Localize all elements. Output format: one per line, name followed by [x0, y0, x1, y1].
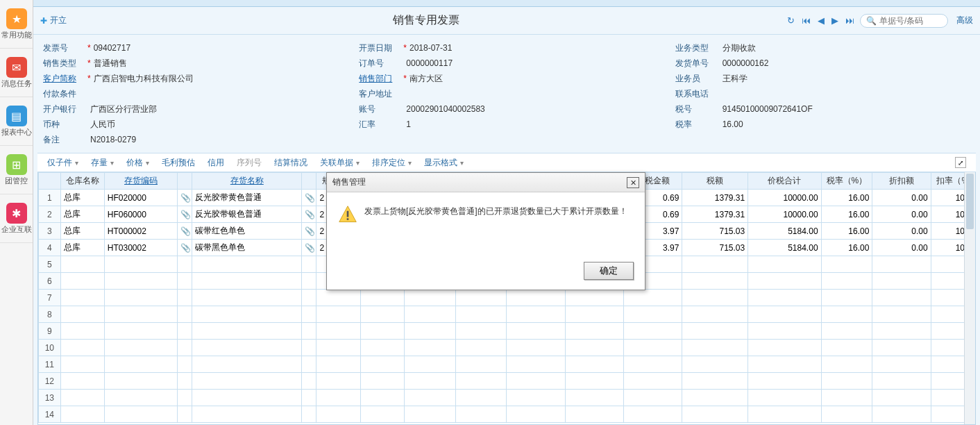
- form-row: 销售部门*南方大区: [359, 71, 654, 86]
- column-header[interactable]: 仓库名称: [60, 173, 104, 190]
- form-value[interactable]: 广西区分行营业部: [90, 103, 338, 115]
- toolbar-item[interactable]: 存量: [91, 157, 114, 169]
- sidebar-item-mail[interactable]: ✉消息任务: [0, 49, 33, 97]
- table-row[interactable]: 9: [39, 323, 975, 340]
- attachment-icon[interactable]: 📎: [305, 243, 315, 253]
- plus-icon[interactable]: ✚: [40, 16, 47, 26]
- column-header[interactable]: 价税合计: [748, 173, 821, 190]
- first-icon[interactable]: ⏮: [800, 15, 812, 26]
- cell: [565, 323, 623, 340]
- table-row[interactable]: 14: [39, 406, 975, 423]
- cell: [104, 373, 177, 390]
- table-row[interactable]: 10: [39, 340, 975, 356]
- table-row[interactable]: 7: [39, 290, 975, 306]
- toolbar-item[interactable]: 信用: [208, 157, 224, 169]
- expand-icon[interactable]: ⤢: [955, 157, 966, 168]
- prev-icon[interactable]: ◀: [816, 15, 826, 26]
- cell: [360, 340, 404, 356]
- column-header[interactable]: 税额: [682, 173, 748, 190]
- toolbar-item[interactable]: 结算情况: [274, 157, 307, 169]
- cell: [404, 323, 455, 340]
- sidebar-item-star[interactable]: ★常用功能: [0, 0, 33, 49]
- cell: [178, 306, 192, 323]
- attachment-icon[interactable]: 📎: [180, 243, 191, 253]
- required-mark: *: [87, 58, 91, 68]
- cell: [404, 406, 455, 423]
- ok-button[interactable]: 确定: [584, 262, 634, 280]
- table-row[interactable]: 11: [39, 356, 975, 373]
- cell: [872, 290, 931, 306]
- attachment-icon[interactable]: 📎: [180, 226, 191, 236]
- form-value[interactable]: 南方大区: [409, 73, 654, 85]
- form-value[interactable]: 分期收款: [723, 42, 970, 54]
- table-row[interactable]: 13: [39, 390, 975, 406]
- cell: [748, 406, 821, 423]
- column-header[interactable]: [302, 173, 316, 190]
- cell: [682, 273, 748, 290]
- attachment-icon[interactable]: 📎: [180, 210, 191, 219]
- toolbar-item[interactable]: 毛利预估: [162, 157, 195, 169]
- cell: [178, 340, 192, 356]
- form-value[interactable]: 普通销售: [94, 58, 339, 69]
- attachment-icon[interactable]: 📎: [305, 193, 315, 203]
- cell: [624, 290, 682, 306]
- form-value[interactable]: 16.00: [723, 119, 970, 129]
- form-value[interactable]: 1: [406, 119, 654, 129]
- column-header[interactable]: 折扣额: [872, 173, 931, 190]
- cell: [360, 323, 404, 340]
- sidebar-item-net[interactable]: ✱企业互联: [0, 194, 33, 243]
- form-value[interactable]: 0000000117: [406, 58, 654, 68]
- column-header[interactable]: [178, 173, 192, 190]
- cell: HF020000: [104, 190, 177, 206]
- column-header[interactable]: 存货编码: [104, 173, 177, 190]
- form-label[interactable]: 客户简称: [43, 73, 85, 85]
- table-row[interactable]: 8: [39, 306, 975, 323]
- refresh-icon[interactable]: ↻: [786, 15, 796, 26]
- cell: [455, 290, 507, 306]
- cell: 0.00: [872, 240, 931, 256]
- form-value[interactable]: 广西启智电力科技有限公司: [94, 73, 339, 85]
- attachment-icon[interactable]: 📎: [180, 193, 191, 203]
- search-input[interactable]: [879, 16, 942, 26]
- open-label[interactable]: 开立: [50, 15, 67, 26]
- cell: 16.00: [821, 223, 872, 240]
- column-header[interactable]: 存货名称: [192, 173, 302, 190]
- form-value[interactable]: 王科学: [723, 73, 970, 85]
- toolbar-item[interactable]: 序列号: [237, 157, 262, 169]
- cell: [104, 273, 177, 290]
- sidebar-item-chart[interactable]: ▤报表中心: [0, 97, 33, 146]
- form-value[interactable]: 2018-07-31: [409, 43, 654, 53]
- vertical-scrollbar[interactable]: [964, 172, 975, 424]
- last-icon[interactable]: ⏭: [844, 15, 856, 26]
- cell: 715.03: [682, 223, 748, 240]
- toolbar-item[interactable]: 仅子件: [47, 157, 78, 169]
- toolbar-item[interactable]: 关联单据: [320, 157, 360, 169]
- attachment-icon[interactable]: 📎: [305, 226, 315, 236]
- form-value[interactable]: 91450100009072641OF: [723, 104, 970, 114]
- sidebar-item-grid[interactable]: ⊞团管控: [0, 146, 33, 194]
- form-value[interactable]: 人民币: [90, 119, 338, 131]
- cell: [60, 273, 104, 290]
- cell: 2: [39, 206, 61, 223]
- attachment-icon[interactable]: 📎: [305, 210, 315, 219]
- form-value[interactable]: 20002901040002583: [406, 104, 654, 114]
- form-row: 发票号*09402717: [43, 40, 338, 56]
- form-value[interactable]: 09402717: [94, 43, 339, 53]
- next-icon[interactable]: ▶: [830, 15, 840, 26]
- table-row[interactable]: 12: [39, 373, 975, 390]
- column-header[interactable]: 税率（%）: [821, 173, 872, 190]
- search-box[interactable]: 🔍: [860, 14, 948, 28]
- form-label[interactable]: 销售部门: [359, 73, 400, 85]
- toolbar-item[interactable]: 排序定位: [372, 157, 412, 169]
- cell: [624, 306, 682, 323]
- column-header[interactable]: [39, 173, 61, 190]
- form-label: 汇率: [359, 119, 400, 131]
- cell: [104, 356, 177, 373]
- form-value[interactable]: 0000000162: [723, 58, 970, 68]
- toolbar-item[interactable]: 价格: [126, 157, 149, 169]
- close-icon[interactable]: ✕: [627, 177, 639, 188]
- toolbar-item[interactable]: 显示格式: [424, 157, 464, 169]
- form-value[interactable]: N2018-0279: [90, 135, 338, 144]
- advanced-link[interactable]: 高级: [956, 15, 973, 26]
- cell: [316, 390, 360, 406]
